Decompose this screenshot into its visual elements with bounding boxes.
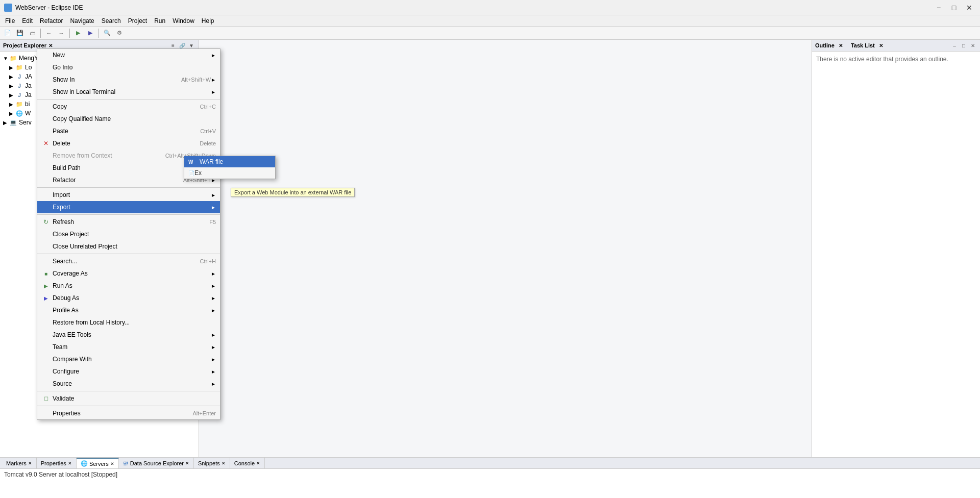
toolbar-settings[interactable]: ⚙	[114, 28, 125, 39]
outline-panel: Outline ✕ Task List ✕ – □ ✕ There is no …	[812, 40, 980, 457]
ctx-source[interactable]: Source ►	[37, 378, 220, 390]
context-menu[interactable]: New ► Go Into Show In Alt+Shift+W ► Show…	[37, 48, 220, 420]
outline-close[interactable]: ✕	[969, 41, 977, 49]
ctx-validate[interactable]: ☐ Validate	[37, 392, 220, 405]
toolbar-debug[interactable]: ▶	[85, 28, 96, 39]
outline-tab-close[interactable]: ✕	[839, 43, 843, 48]
toolbar-new[interactable]: 📄	[2, 28, 13, 39]
ctx-debug-as[interactable]: ▶ Debug As ►	[37, 292, 220, 304]
ctx-run-as[interactable]: ▶ Run As ►	[37, 280, 220, 292]
task-list-tab-close[interactable]: ✕	[879, 43, 883, 48]
ctx-delete[interactable]: ✕ Delete Delete	[37, 137, 220, 150]
submenu-war-file[interactable]: W WAR file	[184, 156, 275, 167]
title-controls[interactable]: − □ ✕	[932, 2, 976, 13]
ctx-export[interactable]: Export ►	[37, 201, 220, 213]
ctx-properties[interactable]: Properties Alt+Enter	[37, 407, 220, 419]
tab-data-source-explorer[interactable]: 🖳 Data Source Explorer ✕	[119, 458, 194, 468]
ctx-configure[interactable]: Configure ►	[37, 365, 220, 378]
maximize-button[interactable]: □	[947, 2, 961, 13]
tab-servers[interactable]: 🌐 Servers ✕	[77, 458, 119, 468]
ctx-coverage-as[interactable]: ■ Coverage As ►	[37, 267, 220, 280]
tree-arrow: ▶	[9, 83, 15, 89]
ctx-copy-qualified-name[interactable]: Copy Qualified Name	[37, 113, 220, 125]
tab-markers[interactable]: Markers ✕	[2, 458, 37, 468]
ctx-go-into[interactable]: Go Into	[37, 61, 220, 73]
ctx-sep-1	[37, 99, 220, 99]
toolbar-search[interactable]: 🔍	[102, 28, 113, 39]
toolbar: 📄 💾 🗃 ← → ▶ ▶ 🔍 ⚙	[0, 27, 980, 40]
title-bar: WebServer - Eclipse IDE − □ ✕	[0, 0, 980, 15]
ctx-profile-as[interactable]: Profile As ►	[37, 304, 220, 316]
ctx-search[interactable]: Search... Ctrl+H	[37, 255, 220, 267]
bottom-panel: Markers ✕ Properties ✕ 🌐 Servers ✕ 🖳 Dat…	[0, 457, 980, 498]
ctx-export-icon	[41, 203, 51, 212]
menu-run[interactable]: Run	[151, 16, 168, 26]
outline-panel-icons: – □ ✕	[950, 41, 977, 49]
menu-navigate[interactable]: Navigate	[67, 16, 97, 26]
db-icon-tab: 🖳	[123, 460, 129, 466]
server-status-text: Tomcat v9.0 Server at localhost [Stopped…	[4, 471, 117, 478]
toolbar-forward[interactable]: →	[56, 28, 67, 39]
menu-window[interactable]: Window	[169, 16, 198, 26]
tab-console-label: Console	[234, 460, 255, 466]
panel-header-left: Project Explorer ✕	[3, 42, 53, 48]
ctx-sep-6	[37, 406, 220, 406]
tab-snippets-close[interactable]: ✕	[222, 461, 226, 466]
export-submenu[interactable]: W WAR file 📄 Ex	[184, 156, 276, 179]
ctx-restore-local-history[interactable]: Restore from Local History...	[37, 316, 220, 329]
tab-snippets[interactable]: Snippets ✕	[194, 458, 230, 468]
ctx-close-project[interactable]: Close Project	[37, 228, 220, 240]
ctx-paste[interactable]: Paste Ctrl+V	[37, 125, 220, 137]
menu-file[interactable]: File	[2, 16, 18, 26]
tab-servers-label: Servers	[89, 461, 109, 467]
ctx-refresh[interactable]: ↻ Refresh F5	[37, 216, 220, 228]
ctx-team[interactable]: Team ►	[37, 341, 220, 353]
tab-servers-close[interactable]: ✕	[110, 461, 114, 466]
ctx-java-ee-tools[interactable]: Java EE Tools ►	[37, 329, 220, 341]
ctx-team-icon	[41, 342, 51, 352]
tab-console[interactable]: Console ✕	[230, 458, 265, 468]
title-left: WebServer - Eclipse IDE	[4, 4, 83, 12]
ctx-validate-icon: ☐	[41, 394, 51, 403]
ctx-close-unrelated-project[interactable]: Close Unrelated Project	[37, 240, 220, 253]
ctx-import[interactable]: Import ►	[37, 189, 220, 201]
outline-header-left: Outline ✕ Task List ✕	[815, 42, 883, 48]
ctx-show-local-terminal[interactable]: Show in Local Terminal ►	[37, 86, 220, 98]
project-explorer-title: Project Explorer	[3, 42, 46, 48]
ctx-new[interactable]: New ►	[37, 49, 220, 61]
minimize-button[interactable]: −	[932, 2, 945, 13]
tree-label: Ja	[25, 82, 32, 89]
menu-edit[interactable]: Edit	[19, 16, 36, 26]
tab-markers-close[interactable]: ✕	[28, 461, 32, 466]
server-icon-tab: 🌐	[81, 460, 88, 467]
ctx-paste-icon	[41, 127, 51, 136]
ctx-source-icon	[41, 379, 51, 388]
menu-project[interactable]: Project	[125, 16, 150, 26]
menu-help[interactable]: Help	[199, 16, 217, 26]
project-explorer-tab-close[interactable]: ✕	[48, 43, 53, 48]
tab-properties-close[interactable]: ✕	[68, 461, 72, 466]
tree-arrow: ▶	[3, 120, 9, 126]
outline-minimize[interactable]: –	[950, 41, 959, 49]
outline-maximize[interactable]: □	[960, 41, 968, 49]
ctx-compare-with[interactable]: Compare With ►	[37, 353, 220, 365]
toolbar-save[interactable]: 💾	[14, 28, 26, 39]
toolbar-back[interactable]: ←	[43, 28, 55, 39]
project-icon: 📁	[9, 54, 17, 62]
web-icon: 🌐	[15, 109, 23, 117]
ctx-remove-icon	[41, 151, 51, 160]
close-button[interactable]: ✕	[963, 2, 976, 13]
folder-icon: 📁	[15, 100, 23, 108]
tab-properties[interactable]: Properties ✕	[37, 458, 77, 468]
menu-refactor[interactable]: Refactor	[37, 16, 66, 26]
ctx-delete-icon: ✕	[41, 139, 51, 148]
ctx-copy[interactable]: Copy Ctrl+C	[37, 101, 220, 113]
ctx-show-in[interactable]: Show In Alt+Shift+W ►	[37, 73, 220, 86]
toolbar-run[interactable]: ▶	[72, 28, 84, 39]
menu-search[interactable]: Search	[99, 16, 124, 26]
tab-data-source-close[interactable]: ✕	[185, 461, 189, 466]
ctx-show-local-terminal-icon	[41, 87, 51, 96]
submenu-ex[interactable]: 📄 Ex	[184, 167, 275, 179]
toolbar-save-all[interactable]: 🗃	[27, 28, 38, 39]
tab-console-close[interactable]: ✕	[256, 461, 260, 466]
